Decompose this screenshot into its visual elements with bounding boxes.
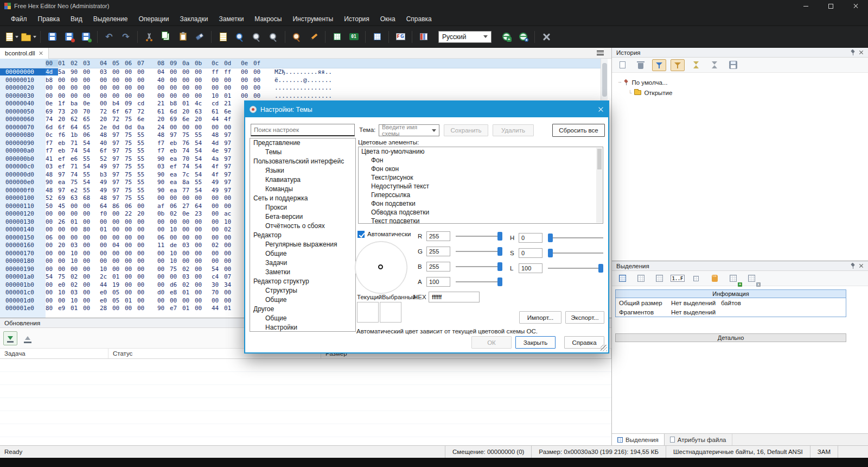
hex-byte[interactable]: 10: [71, 257, 83, 264]
hex-byte[interactable]: 75: [58, 273, 71, 280]
hex-byte[interactable]: 75: [125, 171, 137, 178]
hex-byte[interactable]: 00: [125, 250, 137, 257]
hex-byte[interactable]: 02: [182, 281, 195, 288]
slider-handle[interactable]: [548, 249, 553, 257]
hex-byte[interactable]: 00: [112, 84, 125, 91]
hex-byte[interactable]: 00: [241, 68, 253, 75]
hex-byte[interactable]: 00: [195, 77, 207, 84]
menu-item-Выделение[interactable]: Выделение: [88, 13, 133, 25]
hex-byte[interactable]: 00: [100, 84, 112, 91]
save-all-button[interactable]: [78, 29, 93, 45]
hex-byte[interactable]: ea: [170, 155, 182, 162]
hex-byte[interactable]: 00: [253, 68, 266, 75]
hex-byte[interactable]: 00: [195, 84, 207, 91]
hex-byte[interactable]: 54: [195, 155, 207, 162]
menu-item-Окна[interactable]: Окна: [375, 13, 401, 25]
status-size[interactable]: Размер: 0x00030a30 (199 216): 194,55 КБ: [531, 446, 666, 458]
hex-byte[interactable]: 97: [112, 187, 125, 194]
menu-item-Макросы[interactable]: Макросы: [249, 13, 287, 25]
hex-byte[interactable]: 00: [137, 257, 150, 264]
slider-handle[interactable]: [497, 247, 502, 256]
hex-byte[interactable]: 00: [137, 250, 150, 257]
hex-byte[interactable]: 55: [137, 155, 150, 162]
hex-byte[interactable]: 0e: [83, 100, 95, 107]
hex-byte[interactable]: ea: [170, 179, 182, 186]
hex-byte[interactable]: 0d: [125, 124, 137, 131]
hex-byte[interactable]: 67: [125, 108, 137, 115]
hex-byte[interactable]: 00: [46, 281, 58, 288]
updates-list[interactable]: [0, 359, 611, 446]
menu-item-Заметки[interactable]: Заметки: [213, 13, 249, 25]
settings-tree-item[interactable]: Команды: [250, 185, 355, 194]
hex-byte[interactable]: cd: [212, 100, 224, 107]
hex-byte[interactable]: 02: [182, 266, 195, 273]
hex-byte[interactable]: 00: [46, 92, 58, 99]
hex-byte[interactable]: ff: [212, 68, 224, 75]
hex-byte[interactable]: f7: [46, 140, 58, 147]
hex-byte[interactable]: 10: [170, 257, 182, 264]
hex-byte[interactable]: 41: [46, 155, 58, 162]
hex-byte[interactable]: 03: [182, 242, 195, 249]
hex-byte[interactable]: 00: [125, 281, 137, 288]
hex-color-input[interactable]: [429, 292, 480, 302]
hex-ascii[interactable]: ................: [275, 84, 332, 91]
tab-file-attributes[interactable]: Атрибуты файла: [665, 434, 732, 445]
hex-byte[interactable]: 97: [112, 140, 125, 147]
hex-byte[interactable]: 20: [157, 116, 170, 123]
hex-byte[interactable]: 52: [46, 194, 58, 201]
hex-byte[interactable]: 00: [125, 242, 137, 249]
hex-byte[interactable]: 00: [253, 77, 266, 84]
hex-byte[interactable]: 0a: [137, 124, 150, 131]
hex-byte[interactable]: 97: [58, 171, 71, 178]
hex-byte[interactable]: 02: [224, 226, 237, 233]
filter-saved-toggle[interactable]: [671, 59, 685, 71]
slider-value-L[interactable]: 100: [519, 263, 542, 273]
hex-byte[interactable]: 00: [112, 68, 125, 75]
hex-byte[interactable]: 06: [83, 131, 95, 138]
hex-byte[interactable]: 01: [224, 92, 237, 99]
hex-byte[interactable]: 00: [224, 257, 237, 264]
hex-byte[interactable]: 00: [195, 68, 207, 75]
hex-byte[interactable]: 90: [157, 155, 170, 162]
settings-tree-item[interactable]: Языки: [250, 166, 355, 175]
hex-byte[interactable]: 75: [125, 155, 137, 162]
color-element-item[interactable]: Гиперссылка: [359, 191, 603, 199]
hex-byte[interactable]: 97: [224, 179, 237, 186]
hex-ascii[interactable]: ё.......@.......: [275, 77, 332, 84]
pause-history-button[interactable]: [689, 59, 703, 71]
hex-byte[interactable]: e0: [100, 297, 112, 304]
hex-byte[interactable]: e6: [71, 155, 83, 162]
hex-byte[interactable]: 00: [195, 226, 207, 233]
hex-byte[interactable]: 00: [182, 250, 195, 257]
settings-tree-item[interactable]: Представление: [250, 138, 355, 148]
settings-tree-item[interactable]: Регулярные выражения: [250, 240, 355, 249]
hex-byte[interactable]: 00: [125, 234, 137, 241]
selection-invert-button[interactable]: [652, 273, 666, 285]
hex-byte[interactable]: 65: [83, 124, 95, 131]
hex-byte[interactable]: 07: [224, 273, 237, 280]
hex-ascii[interactable]: MZђ.........яя..: [275, 68, 332, 75]
hex-byte[interactable]: 10: [71, 250, 83, 257]
hex-byte[interactable]: 00: [170, 77, 182, 84]
hex-byte[interactable]: 10: [224, 218, 237, 225]
hex-byte[interactable]: 00: [125, 305, 137, 312]
hex-byte[interactable]: 00: [212, 234, 224, 241]
hex-byte[interactable]: 01: [224, 305, 237, 312]
hex-byte[interactable]: 24: [157, 124, 170, 131]
hex-byte[interactable]: 00: [241, 77, 253, 84]
hex-byte[interactable]: 00: [83, 218, 95, 225]
find-next-button[interactable]: [249, 29, 264, 45]
menu-item-Файл[interactable]: Файл: [5, 13, 33, 25]
hex-byte[interactable]: 20: [182, 108, 195, 115]
hex-byte[interactable]: 54: [83, 147, 95, 154]
hex-byte[interactable]: 00: [212, 77, 224, 84]
theme-select[interactable]: Введите имя схемы: [379, 124, 439, 136]
settings-tree-item[interactable]: Пользовательский интерфейс: [250, 157, 355, 166]
hex-byte[interactable]: 30: [212, 281, 224, 288]
hex-byte[interactable]: 97: [112, 171, 125, 178]
pattern-button[interactable]: [369, 29, 385, 45]
status-encoding[interactable]: Шестнадцатеричные байты, 16, Default ANS…: [666, 446, 810, 458]
hex-byte[interactable]: 10: [170, 226, 182, 233]
close-button[interactable]: [843, 0, 868, 12]
settings-tree[interactable]: ПредставлениеТемыПользовательский интерф…: [250, 138, 356, 332]
